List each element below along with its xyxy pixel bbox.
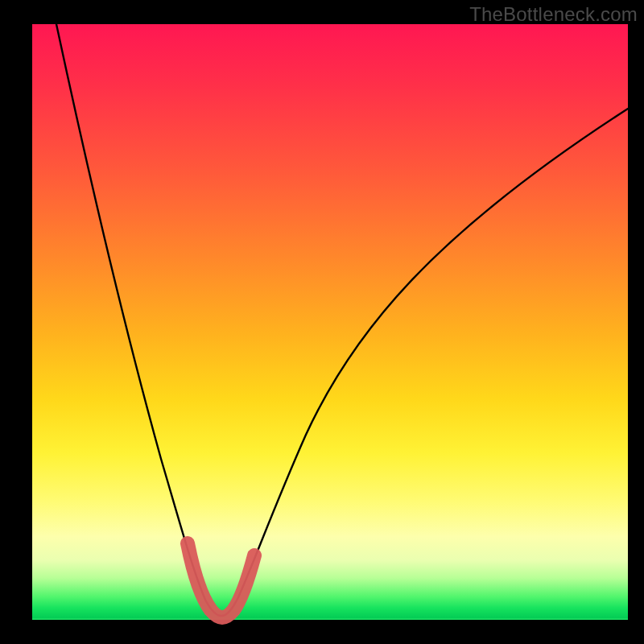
plot-area [32,24,628,620]
bottleneck-curve [56,24,628,616]
chart-frame: TheBottleneck.com [0,0,644,644]
watermark-text: TheBottleneck.com [469,3,638,26]
curve-layer [32,24,628,620]
bottom-highlight [188,543,254,617]
